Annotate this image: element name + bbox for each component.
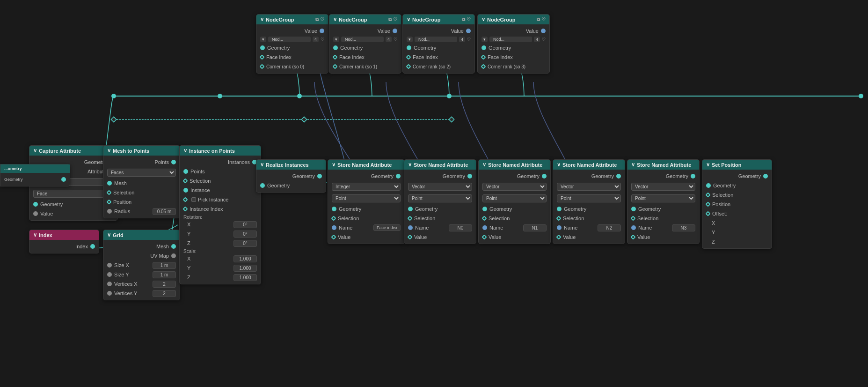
fav-icon[interactable]: ♡ — [467, 37, 471, 42]
domain-select[interactable]: Point — [408, 194, 472, 202]
copy-icon[interactable]: ⧉ — [462, 17, 465, 22]
collapse-arrow[interactable]: ∨ — [333, 16, 337, 22]
sizey-value[interactable]: 1 m — [153, 271, 176, 278]
faceindex-row: Face index — [403, 52, 474, 62]
copy-icon[interactable]: ⧉ — [388, 17, 392, 22]
heart-icon[interactable]: ♡ — [541, 17, 546, 22]
store-named-4-node: ∨ Store Named Attribute Geometry Vector … — [553, 159, 625, 244]
geometry-output-row: Geometry — [256, 171, 326, 181]
geometry-out-socket — [542, 174, 547, 179]
copy-icon[interactable]: ⧉ — [537, 17, 540, 22]
domain-select[interactable]: Point — [557, 194, 621, 202]
type-select[interactable]: Vector — [557, 183, 621, 191]
verty-value[interactable]: 2 — [153, 290, 176, 297]
position-input-row: Position — [103, 197, 180, 207]
name-value[interactable]: N3 — [672, 224, 695, 231]
type-select[interactable]: Integer — [332, 183, 401, 191]
set-position-node: ∨ Set Position Geometry Geometry Selecti… — [702, 159, 772, 249]
collapse-arrow[interactable]: ∨ — [408, 162, 412, 168]
name-value[interactable]: N2 — [598, 224, 621, 231]
mode-select[interactable]: Faces — [107, 169, 176, 177]
heart-icon[interactable]: ♡ — [467, 17, 471, 22]
domain-select[interactable]: Point — [332, 194, 401, 202]
node-title: Realize Instances — [266, 162, 309, 168]
type-select[interactable]: Vector — [482, 183, 547, 191]
sizex-value[interactable]: 1 m — [153, 262, 176, 269]
fav-icon[interactable]: ♡ — [321, 37, 324, 42]
collapse-arrow[interactable]: ∨ — [33, 232, 37, 238]
node-title: Store Named Attribute — [337, 162, 392, 168]
collapse-arrow[interactable]: ∨ — [33, 148, 37, 154]
type-select[interactable]: Vector — [408, 183, 472, 191]
node-title: Instance on Points — [189, 148, 235, 154]
index-out-socket — [90, 244, 95, 249]
fav-icon[interactable]: ♡ — [394, 37, 397, 42]
geometry-out-socket — [763, 174, 768, 179]
type-select[interactable]: Vector — [631, 183, 695, 191]
geometry-socket — [260, 45, 265, 50]
vertx-row: Vertices X 2 — [103, 279, 180, 289]
faceindex-socket — [406, 54, 411, 60]
collapse-arrow[interactable]: ∨ — [260, 162, 264, 168]
store-named-3-node: ∨ Store Named Attribute Geometry Vector … — [478, 159, 551, 244]
selection-socket — [106, 190, 111, 195]
collapse-arrow[interactable]: ∨ — [631, 162, 635, 168]
value-socket — [481, 234, 487, 239]
scale-y-value[interactable]: 1.000 — [233, 265, 257, 272]
geometry-out-socket — [691, 174, 695, 179]
node-title: NodeGroup — [339, 17, 367, 22]
collapse-arrow[interactable]: ∨ — [260, 16, 264, 22]
collapse-arrow[interactable]: ∨ — [706, 162, 710, 168]
rot-z-value[interactable]: 0° — [233, 240, 257, 247]
selection-socket — [630, 216, 635, 221]
collapse-arrow[interactable]: ∨ — [482, 162, 486, 168]
collapse-arrow[interactable]: ∨ — [107, 148, 111, 154]
node-title: Set Position — [712, 162, 742, 168]
collapse-arrow[interactable]: ∨ — [557, 162, 561, 168]
collapse-arrow[interactable]: ∨ — [332, 162, 336, 168]
points-out-socket — [171, 160, 176, 164]
faceindex-socket — [481, 54, 486, 60]
realize-instances-node: ∨ Realize Instances Geometry Geometry — [256, 159, 326, 193]
node-title: Store Named Attribute — [488, 162, 542, 168]
scale-y-row: Y 1.000 — [180, 263, 261, 273]
heart-icon[interactable]: ♡ — [393, 17, 397, 22]
copy-icon[interactable]: ⧉ — [315, 17, 319, 22]
fav-icon[interactable]: ♡ — [542, 37, 546, 42]
nodegroup-4-header: ∨ NodeGroup ⧉ ♡ — [478, 15, 549, 24]
mesh-output-row: Mesh — [103, 242, 180, 251]
scale-z-value[interactable]: 1.000 — [233, 274, 257, 281]
collapse-arrow[interactable]: ∨ — [481, 16, 485, 22]
scale-x-value[interactable]: 1.000 — [233, 255, 257, 262]
selection-input-row: Selection — [479, 214, 550, 223]
heart-icon[interactable]: ♡ — [320, 17, 324, 22]
rot-y-value[interactable]: 0° — [233, 231, 257, 238]
geometry-input-row: Geometry — [404, 204, 476, 214]
name-row: Name N0 — [404, 223, 476, 232]
collapse-arrow[interactable]: ∨ — [407, 16, 410, 22]
collapse-arrow[interactable]: ∨ — [183, 148, 187, 154]
name-value[interactable]: N0 — [449, 224, 472, 231]
name-value[interactable]: N1 — [523, 224, 547, 231]
store-named-5-header: ∨ Store Named Attribute — [627, 160, 699, 170]
pick-checkbox[interactable] — [191, 197, 196, 202]
domain-select[interactable]: Point — [631, 194, 695, 202]
cornerrank-socket — [481, 64, 486, 69]
name-value[interactable]: Face index — [373, 224, 401, 231]
scale-x-row: X 1.000 — [180, 254, 261, 263]
nodegroup-1-header: ∨ NodeGroup ⧉ ♡ — [256, 15, 328, 24]
name-socket — [631, 225, 636, 230]
mesh-out-socket — [171, 244, 176, 249]
geometry-input-row: Geometry — [702, 181, 772, 190]
geometry-output-row: Geometry — [627, 171, 699, 181]
rot-x-value[interactable]: 0° — [233, 221, 257, 228]
geometry-input-row: Geometry — [627, 204, 699, 214]
selection-input-row: Selection — [328, 214, 404, 223]
domain-select[interactable]: Point — [482, 194, 547, 202]
domain-select[interactable]: Face — [33, 190, 114, 198]
collapse-arrow[interactable]: ∨ — [107, 232, 111, 238]
cornerrank-socket — [406, 64, 411, 69]
radius-value[interactable]: 0.05 m — [153, 208, 176, 215]
vertx-value[interactable]: 2 — [153, 281, 176, 288]
geometry-in-socket — [482, 207, 487, 211]
